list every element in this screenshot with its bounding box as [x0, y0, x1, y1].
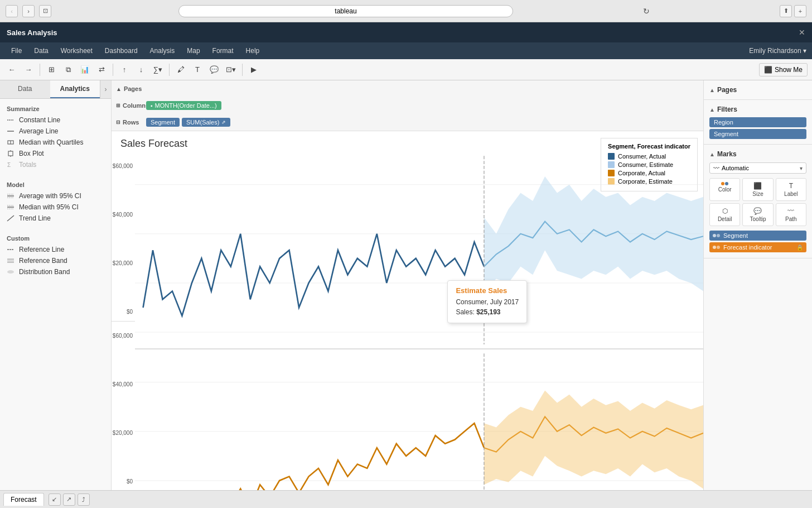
marks-type-label: Automatic	[722, 165, 749, 171]
menu-dashboard[interactable]: Dashboard	[99, 45, 143, 57]
color-dot-orange	[721, 182, 724, 185]
toolbar-back[interactable]: ←	[4, 63, 19, 77]
panel-collapse-button[interactable]: ›	[100, 80, 111, 98]
marks-segment-pill[interactable]: Segment	[709, 231, 806, 241]
show-me-button[interactable]: ⬛ Show Me	[759, 63, 808, 76]
marks-type-dropdown[interactable]: 〰 Automatic ▾	[709, 162, 806, 174]
marks-label-btn[interactable]: T Label	[776, 178, 806, 201]
toolbar-highlight[interactable]: 🖍	[173, 63, 188, 77]
menu-worksheet[interactable]: Worksheet	[55, 45, 98, 57]
app-title: Sales Analysis	[7, 28, 57, 37]
tab-scroll-down[interactable]: ↙	[49, 493, 61, 506]
path-btn-label: Path	[785, 216, 797, 222]
marks-size-btn[interactable]: ⬛ Size	[742, 178, 773, 201]
toolbar-chart-type[interactable]: 📊	[78, 63, 92, 77]
marks-color-btn[interactable]: Color	[709, 178, 740, 201]
charts-column: Consumer	[135, 152, 703, 490]
analytics-median-95ci[interactable]: Median with 95% CI	[0, 202, 111, 213]
marks-forecast-pill[interactable]: Forecast indicator 🔒	[709, 242, 806, 252]
analytics-median-quartiles[interactable]: Median with Quartiles	[0, 137, 111, 148]
label-btn-label: Label	[784, 191, 798, 197]
reference-line-icon	[7, 246, 14, 253]
tab-analytics[interactable]: Analytics	[50, 80, 100, 98]
tab-add-new[interactable]: ⤴	[78, 493, 90, 506]
custom-header: Custom	[0, 233, 111, 244]
trend-line-icon	[7, 214, 14, 222]
svg-marker-24	[484, 176, 703, 291]
menu-data[interactable]: Data	[28, 45, 54, 57]
user-menu[interactable]: Emily Richardson ▾	[749, 47, 806, 55]
analytics-constant-line[interactable]: Constant Line	[0, 114, 111, 126]
chart-area: Sales Forecast Segment, Forecast indicat…	[112, 131, 703, 490]
median-95ci-icon	[7, 203, 14, 211]
menu-help[interactable]: Help	[240, 45, 265, 57]
analytics-distribution-band[interactable]: Distribution Band	[0, 266, 111, 277]
columns-pill-label: MONTH(Order Date...)	[155, 102, 217, 109]
detail-btn-label: Detail	[718, 216, 732, 222]
marks-arrow: ▲	[709, 151, 715, 157]
new-tab-button[interactable]: +	[794, 5, 806, 17]
distribution-band-icon	[7, 268, 14, 276]
menu-file[interactable]: File	[6, 45, 27, 57]
address-bar[interactable]: tableau	[178, 5, 513, 17]
model-header: Model	[0, 179, 111, 190]
svg-marker-30	[484, 391, 703, 489]
marks-tooltip-btn[interactable]: 💬 Tooltip	[742, 203, 773, 226]
tab-scroll-up[interactable]: ↗	[63, 493, 75, 506]
marks-path-btn[interactable]: 〰 Path	[776, 203, 806, 226]
menu-map[interactable]: Map	[181, 45, 205, 57]
filter-region[interactable]: Region	[709, 117, 806, 127]
toolbar-new-sheet[interactable]: ⊞	[44, 63, 59, 77]
rows-segment-pill[interactable]: Segment	[146, 118, 180, 127]
marks-buttons: Color ⬛ Size T Label ⬡ Detail	[704, 176, 812, 228]
expand-button[interactable]: ⊡	[39, 5, 51, 17]
menu-format[interactable]: Format	[207, 45, 239, 57]
share-button[interactable]: ⬆	[780, 5, 792, 17]
pages-section-header[interactable]: ▲ Pages	[704, 84, 812, 96]
rows-sales-pill[interactable]: SUM(Sales) ⇗	[182, 118, 230, 127]
toolbar-present[interactable]: ▶	[246, 63, 261, 77]
marks-section-header[interactable]: ▲ Marks	[704, 148, 812, 160]
toolbar-swap[interactable]: ⇄	[94, 63, 109, 77]
reload-button[interactable]: ↻	[640, 5, 652, 17]
pages-row: ▲ Pages	[112, 80, 703, 97]
analytics-average-line[interactable]: Average Line	[0, 126, 111, 137]
close-button[interactable]: ✕	[799, 28, 805, 37]
toolbar-aggregate[interactable]: ∑▾	[151, 63, 165, 77]
analytics-avg-95ci[interactable]: Average with 95% CI	[0, 190, 111, 202]
toolbar-duplicate[interactable]: ⧉	[61, 63, 75, 77]
filters-arrow: ▲	[709, 107, 715, 113]
svg-text:Σ: Σ	[7, 162, 11, 168]
forward-button[interactable]: ›	[22, 5, 35, 17]
toolbar-text[interactable]: T	[190, 63, 205, 77]
marks-detail-btn[interactable]: ⬡ Detail	[709, 203, 740, 226]
analytics-reference-line[interactable]: Reference Line	[0, 244, 111, 255]
analytics-reference-band[interactable]: Reference Band	[0, 255, 111, 266]
toolbar-view[interactable]: ⊡▾	[224, 63, 238, 77]
back-button[interactable]: ‹	[6, 5, 18, 17]
main-layout: Data Analytics › Summarize Constant Line	[0, 80, 812, 490]
segment-pill-dots	[713, 234, 720, 237]
tab-data[interactable]: Data	[0, 80, 50, 98]
filters-section-label: Filters	[717, 106, 737, 113]
toolbar-tooltip[interactable]: 💬	[207, 63, 221, 77]
forecast-sheet-tab[interactable]: Forecast	[3, 493, 44, 506]
toolbar-sort-desc[interactable]: ↓	[134, 63, 148, 77]
toolbar-sep3	[169, 64, 170, 76]
forecast-pill-dots	[713, 246, 720, 249]
tableau-app: Sales Analysis ✕ File Data Worksheet Das…	[0, 22, 812, 508]
filter-segment[interactable]: Segment	[709, 129, 806, 139]
analytics-box-plot[interactable]: Box Plot	[0, 148, 111, 159]
toolbar-sep4	[242, 64, 243, 76]
toolbar-forward[interactable]: →	[21, 63, 36, 77]
forecast-tab-label: Forecast	[11, 496, 37, 504]
marks-section-label: Marks	[717, 150, 737, 158]
toolbar-sort-asc[interactable]: ↑	[117, 63, 132, 77]
pills-area: ▲ Pages ⊞ Columns ▪ MONTH(Order Date...)	[112, 80, 703, 131]
filters-section: ▲ Filters Region Segment	[704, 100, 812, 145]
filters-section-header[interactable]: ▲ Filters	[704, 103, 812, 116]
analytics-trend-line[interactable]: Trend Line	[0, 213, 111, 224]
rows-segment-label: Segment	[151, 119, 175, 126]
columns-pill[interactable]: ▪ MONTH(Order Date...)	[146, 101, 221, 110]
menu-analysis[interactable]: Analysis	[144, 45, 181, 57]
